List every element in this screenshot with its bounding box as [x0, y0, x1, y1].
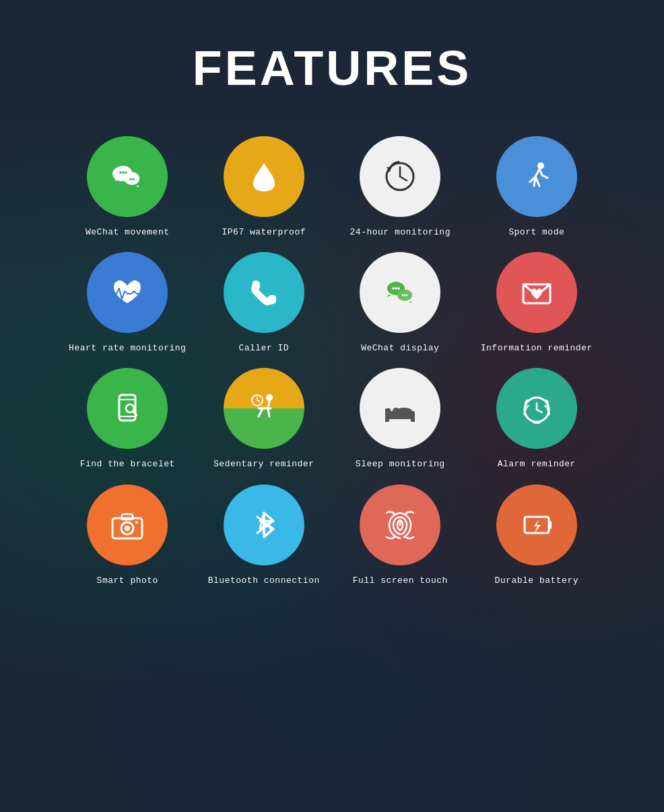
- feature-24h: 24-hour monitoring: [335, 136, 465, 239]
- ip67-label: IP67 waterproof: [222, 226, 306, 239]
- svg-point-14: [129, 179, 131, 181]
- alarm-icon-circle: [496, 368, 577, 449]
- battery-icon: [517, 505, 557, 545]
- phone-icon: [244, 272, 284, 313]
- find-bracelet-icon-circle: [87, 368, 168, 449]
- svg-line-40: [257, 400, 260, 402]
- heart-rate-icon-circle: [87, 252, 168, 333]
- battery-label: Durable battery: [494, 575, 578, 587]
- svg-point-27: [402, 294, 404, 296]
- feature-wechat-movement: WeChat movement: [63, 136, 193, 239]
- page-background: FEATURES: [0, 0, 664, 812]
- feature-heart-rate: Heart rate monitoring: [63, 252, 193, 354]
- svg-line-49: [537, 410, 542, 412]
- smart-photo-icon-circle: [87, 485, 168, 565]
- feature-sedentary: Sedentary reminder: [199, 368, 329, 470]
- svg-rect-53: [122, 514, 133, 520]
- feature-full-screen: Full screen touch: [335, 485, 465, 587]
- feature-sport: Sport mode: [472, 136, 602, 239]
- svg-point-21: [537, 162, 544, 169]
- svg-point-25: [397, 287, 400, 290]
- run-icon: [517, 156, 557, 197]
- svg-point-29: [406, 294, 408, 296]
- feature-wechat-display: WeChat display: [335, 252, 465, 354]
- svg-line-19: [400, 177, 407, 181]
- 24h-label: 24-hour monitoring: [350, 226, 451, 239]
- sitting-icon: [244, 388, 284, 429]
- feature-ip67: IP67 waterproof: [199, 136, 329, 239]
- svg-rect-42: [385, 418, 389, 422]
- svg-point-23: [392, 287, 395, 290]
- bluetooth-label: Bluetooth connection: [208, 575, 320, 587]
- svg-point-10: [119, 171, 122, 174]
- sport-label: Sport mode: [508, 226, 564, 239]
- camera-icon: [107, 505, 147, 545]
- svg-point-12: [125, 171, 127, 174]
- svg-rect-62: [548, 521, 552, 529]
- svg-line-58: [264, 529, 273, 537]
- svg-point-46: [393, 408, 399, 414]
- info-reminder-icon-circle: [496, 252, 577, 333]
- wechat2-icon: [380, 272, 420, 313]
- water-drop-icon: [244, 156, 284, 197]
- wechat-movement-label: WeChat movement: [86, 226, 170, 239]
- ip67-icon-circle: [224, 136, 304, 217]
- feature-info-reminder: Information reminder: [472, 252, 602, 354]
- svg-point-24: [395, 287, 397, 290]
- info-reminder-label: Information reminder: [481, 342, 593, 354]
- wechat-display-label: WeChat display: [361, 342, 439, 354]
- caller-id-label: Caller ID: [238, 342, 289, 354]
- feature-find-bracelet: Find the bracelet: [63, 368, 193, 470]
- clock-refresh-icon: [380, 156, 420, 197]
- caller-id-icon-circle: [224, 252, 304, 333]
- svg-point-16: [133, 179, 135, 181]
- sleep-icon-circle: [360, 368, 440, 449]
- feature-alarm: Alarm reminder: [472, 368, 602, 470]
- sport-icon-circle: [496, 136, 577, 217]
- svg-point-11: [122, 171, 125, 174]
- wechat-icon: [107, 156, 147, 197]
- battery-icon-circle: [496, 485, 577, 565]
- svg-marker-63: [534, 520, 541, 533]
- 24h-icon-circle: [360, 136, 440, 217]
- svg-point-52: [125, 526, 130, 531]
- heart-rate-label: Heart rate monitoring: [69, 342, 186, 354]
- full-screen-icon-circle: [360, 485, 440, 565]
- svg-line-56: [264, 513, 273, 521]
- sedentary-icon-circle: [224, 368, 304, 449]
- features-grid: WeChat movement IP67 waterproof 24-h: [22, 123, 642, 600]
- feature-bluetooth: Bluetooth connection: [199, 485, 329, 587]
- phone-search-icon: [107, 388, 147, 429]
- heart-rate-icon: [107, 272, 147, 313]
- feature-battery: Durable battery: [472, 485, 602, 587]
- svg-rect-43: [411, 418, 415, 422]
- mail-icon: [517, 272, 557, 313]
- svg-rect-44: [385, 408, 391, 418]
- smart-photo-label: Smart photo: [97, 575, 158, 587]
- bluetooth-icon: [244, 505, 284, 545]
- svg-point-15: [131, 179, 133, 181]
- feature-smart-photo: Smart photo: [63, 485, 193, 587]
- find-bracelet-label: Find the bracelet: [80, 458, 175, 470]
- sleep-icon: [380, 388, 420, 429]
- fingerprint-icon: [380, 505, 420, 545]
- sedentary-label: Sedentary reminder: [213, 458, 314, 470]
- page-title: FEATURES: [0, 0, 664, 123]
- feature-sleep: Sleep monitoring: [335, 368, 465, 470]
- svg-point-54: [135, 521, 138, 524]
- sleep-label: Sleep monitoring: [356, 458, 445, 470]
- wechat-movement-icon-circle: [87, 136, 168, 217]
- wechat-display-icon-circle: [360, 252, 440, 333]
- feature-caller-id: Caller ID: [199, 252, 329, 354]
- full-screen-label: Full screen touch: [353, 575, 448, 587]
- svg-point-28: [404, 294, 406, 296]
- alarm-label: Alarm reminder: [498, 458, 576, 470]
- alarm-icon: [517, 388, 557, 429]
- bluetooth-icon-circle: [224, 485, 304, 565]
